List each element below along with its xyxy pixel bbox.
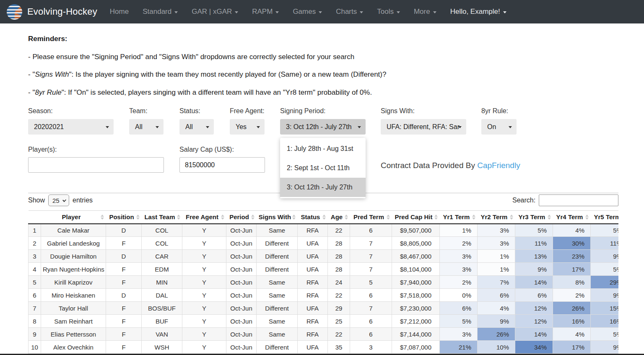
players-input[interactable]	[28, 157, 164, 173]
search-input[interactable]	[539, 194, 618, 206]
column-header-free-agent[interactable]: Free Agent	[182, 211, 226, 224]
cell-row-number: 8	[29, 315, 41, 328]
column-header-yr3-term[interactable]: Yr3 Term	[515, 211, 553, 224]
cell-yr4-term: 17%	[553, 263, 591, 276]
cell-yr5-term: 9%	[591, 289, 619, 302]
cell-yr5-term: 5%	[591, 328, 619, 341]
column-header-period[interactable]: Period	[226, 211, 257, 224]
cell-yr1-term: 3%	[440, 328, 478, 341]
cell-last-team: VAN	[142, 328, 182, 341]
brand[interactable]: Evolving-Hockey	[7, 4, 97, 20]
nav-item-gar-xgar[interactable]: GAR | xGAR	[192, 8, 238, 16]
nav-item-home[interactable]: Home	[110, 8, 129, 16]
cell-yr4-term: 26%	[553, 302, 591, 315]
cell-yr5-term: 5%	[591, 224, 619, 237]
table-row: 7Taylor HallFBOS/BUFYOct-JunDifferentUFA…	[29, 302, 619, 315]
nav-item-tools[interactable]: Tools	[377, 8, 400, 16]
cell-player: Sam Reinhart	[41, 315, 106, 328]
season-select[interactable]: 20202021	[28, 119, 114, 135]
signing-period-select[interactable]: 3: Oct 12th - July 27th	[280, 119, 366, 135]
cell-row-number: 10	[29, 341, 41, 354]
signing-period-option-3[interactable]: 3: Oct 12th - July 27th	[280, 178, 366, 197]
cell-free-agent: Y	[182, 302, 226, 315]
cell-player: Taylor Hall	[41, 302, 106, 315]
sort-icon	[387, 215, 390, 220]
cell-last-team: BOS/BUF	[142, 302, 182, 315]
column-header-position[interactable]: Position	[106, 211, 142, 224]
signing-period-option-2[interactable]: 2: Sept 1st - Oct 11th	[280, 158, 366, 178]
nav-item-standard[interactable]: Standard	[143, 8, 178, 16]
column-header-pred-term[interactable]: Pred Term	[350, 211, 392, 224]
navbar: Evolving-Hockey HomeStandardGAR | xGARRA…	[0, 0, 644, 23]
contract-predictions-table-wrap: PlayerPositionLast TeamFree AgentPeriodS…	[28, 210, 618, 354]
status-select[interactable]: All	[179, 119, 214, 135]
filter-label-status: Status:	[179, 107, 214, 115]
cell-last-team: WSH	[142, 341, 182, 354]
nav-item-hello-example[interactable]: Hello, Example!	[450, 8, 506, 16]
cell-yr4-term: 17%	[553, 341, 591, 354]
sort-icon	[345, 215, 348, 220]
cell-yr3-term: 9%	[515, 263, 553, 276]
cell-yr5-term: 11%	[591, 237, 619, 250]
cell-pred-term: 7	[350, 263, 392, 276]
chevron-down-icon	[358, 126, 361, 128]
cell-yr2-term: 26%	[478, 328, 515, 341]
column-header-label: Yr2 Term	[481, 213, 508, 220]
column-header-yr4-term[interactable]: Yr4 Term	[553, 211, 591, 224]
column-header-last-team[interactable]: Last Team	[142, 211, 182, 224]
table-body: 1Cale MakarDCOLYOct-JunSameRFA226$9,507,…	[29, 224, 619, 354]
cell-pred-term: 5	[350, 276, 392, 289]
cell-yr3-term: 11%	[515, 237, 553, 250]
nav-item-games[interactable]: Games	[293, 8, 322, 16]
column-header-player[interactable]: Player	[41, 211, 106, 224]
capfriendly-credit: Contract Data Provided By CapFriendly	[381, 161, 520, 170]
nav-item-label: Hello, Example!	[450, 8, 500, 16]
cell-signs-with: Different	[257, 250, 298, 263]
column-header-pred-cap-hit[interactable]: Pred Cap Hit	[392, 211, 440, 224]
cell-row-number: 1	[29, 224, 41, 237]
cell-yr3-term: 12%	[515, 302, 553, 315]
cell-pred-term: 7	[350, 237, 392, 250]
filter-8yr-rule: 8yr Rule:On	[481, 107, 517, 135]
8yr-rule-select[interactable]: On	[481, 119, 517, 135]
cell-pred-cap-hit: $7,518,000	[392, 289, 440, 302]
nav-item-label: Tools	[377, 8, 394, 16]
column-header-yr5-term[interactable]: Yr5 Term	[591, 211, 619, 224]
column-header-age[interactable]: Age	[328, 211, 350, 224]
cell-pred-cap-hit: $7,144,000	[392, 328, 440, 341]
filter-signing-period: Signing Period:3: Oct 12th - July 27th	[280, 107, 366, 135]
team-select[interactable]: All	[129, 119, 164, 135]
nav-item-charts[interactable]: Charts	[336, 8, 363, 16]
cell-signs-with: Different	[257, 263, 298, 276]
page-size-select[interactable]: 25	[48, 194, 69, 206]
filter-season: Season:20202021	[28, 107, 114, 135]
free-agent-select[interactable]: Yes	[230, 119, 265, 135]
cell-status: RFA	[298, 315, 328, 328]
cell-yr4-term: 2%	[553, 289, 591, 302]
capfriendly-link[interactable]: CapFriendly	[477, 161, 520, 170]
cell-free-agent: Y	[182, 289, 226, 302]
cell-age: 35	[328, 341, 350, 354]
nav-item-more[interactable]: More	[414, 8, 436, 16]
cell-yr3-term: 5%	[515, 224, 553, 237]
cell-free-agent: Y	[182, 315, 226, 328]
cell-yr5-term: 5%	[591, 263, 619, 276]
cell-signs-with: Same	[257, 224, 298, 237]
signs-with-select[interactable]: UFA: Different, RFA: Sar	[381, 119, 466, 135]
column-header-yr2-term[interactable]: Yr2 Term	[478, 211, 515, 224]
column-header-label: Yr4 Term	[556, 213, 583, 220]
column-header-signs-with[interactable]: Signs With	[257, 211, 298, 224]
cell-free-agent: Y	[182, 328, 226, 341]
table-row: 4Ryan Nugent-HopkinsFEDMYOct-JunDifferen…	[29, 263, 619, 276]
sort-icon	[101, 215, 104, 220]
column-header-yr1-term[interactable]: Yr1 Term	[440, 211, 478, 224]
cell-pred-term: 6	[350, 289, 392, 302]
salary-cap-input[interactable]	[179, 157, 265, 173]
table-row: 5Kirill KaprizovFMINYOct-JunSameRFA245$7…	[29, 276, 619, 289]
nav-item-rapm[interactable]: RAPM	[252, 8, 279, 16]
cell-age: 24	[328, 276, 350, 289]
column-header-status[interactable]: Status	[298, 211, 328, 224]
table-row: 3Dougie HamiltonDCARYOct-JunDifferentUFA…	[29, 250, 619, 263]
cell-pred-term: 6	[350, 315, 392, 328]
signing-period-option-1[interactable]: 1: July 28th - Aug 31st	[280, 139, 366, 158]
